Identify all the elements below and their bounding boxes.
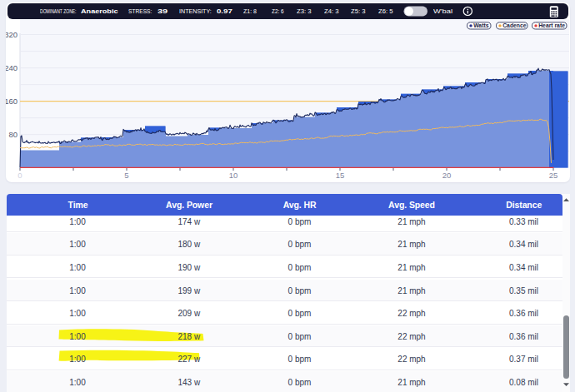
- svg-text:320: 320: [6, 30, 18, 39]
- svg-text:20: 20: [442, 171, 452, 180]
- svg-text:Watts: Watts: [473, 22, 488, 28]
- svg-text:10: 10: [229, 171, 238, 180]
- svg-text:160: 160: [6, 97, 18, 106]
- svg-text:25: 25: [549, 171, 558, 180]
- svg-text:80: 80: [8, 130, 18, 139]
- svg-text:240: 240: [6, 63, 18, 72]
- svg-text:Heart rate: Heart rate: [538, 22, 565, 28]
- svg-text:15: 15: [336, 171, 345, 180]
- svg-text:0: 0: [18, 171, 22, 180]
- svg-text:Cadence: Cadence: [502, 22, 527, 28]
- svg-text:5: 5: [124, 171, 128, 180]
